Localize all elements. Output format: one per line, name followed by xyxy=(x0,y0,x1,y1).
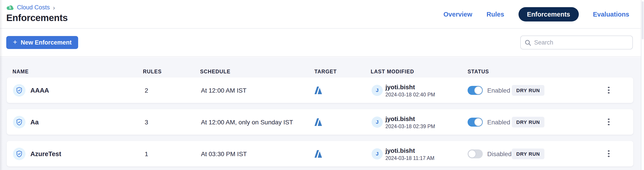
azure-icon xyxy=(314,118,322,126)
search-box[interactable] xyxy=(520,36,633,49)
table-header-row: NAME RULES SCHEDULE TARGET LAST MODIFIED… xyxy=(0,57,644,77)
rules-count: 2 xyxy=(145,87,148,94)
toggle-knob xyxy=(474,118,482,126)
toolbar: + New Enforcement xyxy=(0,29,644,57)
enforcement-shield-icon xyxy=(13,116,26,128)
schedule-text: At 03:30 PM IST xyxy=(201,150,247,157)
modified-at: 2024-03-18 02:39 PM xyxy=(386,123,435,129)
avatar: J xyxy=(372,85,383,96)
module-nav: Overview Rules Enforcements Evaluations xyxy=(444,0,629,29)
table-row[interactable]: AAAA 2 At 12:00 AM IST J jyoti.bisht 202… xyxy=(7,77,633,103)
search-icon xyxy=(525,39,531,46)
modified-at: 2024-03-18 02:40 PM xyxy=(386,92,435,97)
modified-by: jyoti.bisht xyxy=(386,83,435,90)
tab-overview[interactable]: Overview xyxy=(444,11,472,18)
tab-rules[interactable]: Rules xyxy=(486,11,504,18)
status-label: Enabled xyxy=(487,118,510,125)
status-toggle[interactable] xyxy=(468,86,483,95)
enforcements-table: NAME RULES SCHEDULE TARGET LAST MODIFIED… xyxy=(0,57,644,170)
new-enforcement-button[interactable]: + New Enforcement xyxy=(6,36,78,49)
toggle-knob xyxy=(468,150,476,158)
avatar: J xyxy=(372,116,383,127)
search-input[interactable] xyxy=(534,39,628,46)
column-header-rules: RULES xyxy=(143,69,162,74)
breadcrumb-chevron-icon: › xyxy=(53,4,55,11)
schedule-text: At 12:00 AM IST xyxy=(201,87,246,94)
page-header: $ Cloud Costs › Enforcements Overview Ru… xyxy=(0,0,644,29)
column-header-last-modified: LAST MODIFIED xyxy=(371,69,414,74)
page: $ Cloud Costs › Enforcements Overview Ru… xyxy=(0,0,644,170)
column-header-status: STATUS xyxy=(468,69,489,74)
enforcement-shield-icon xyxy=(13,147,26,160)
status-toggle[interactable] xyxy=(468,117,483,126)
modified-by: jyoti.bisht xyxy=(386,115,435,122)
kebab-menu-button[interactable] xyxy=(604,83,614,97)
scrollbar[interactable] xyxy=(641,0,644,170)
dry-run-badge: DRY RUN xyxy=(512,116,544,127)
breadcrumb[interactable]: $ Cloud Costs › xyxy=(6,4,55,11)
tab-enforcements[interactable]: Enforcements xyxy=(518,7,578,22)
kebab-menu-button[interactable] xyxy=(604,115,614,129)
breadcrumb-link[interactable]: Cloud Costs xyxy=(17,4,50,11)
table-row[interactable]: Aa 3 At 12:00 AM, only on Sunday IST J j… xyxy=(7,109,633,135)
plus-icon: + xyxy=(13,39,17,46)
kebab-menu-button[interactable] xyxy=(604,147,614,160)
enforcement-name: AzureTest xyxy=(30,150,61,157)
svg-text:$: $ xyxy=(9,6,11,10)
schedule-text: At 12:00 AM, only on Sunday IST xyxy=(201,118,293,125)
last-modified-cell: jyoti.bisht 2024-03-18 11:17 AM xyxy=(386,147,434,160)
status-toggle[interactable] xyxy=(468,149,483,158)
status-label: Disabled xyxy=(487,150,512,157)
enforcement-name: AAAA xyxy=(30,87,49,94)
scrollbar-thumb[interactable] xyxy=(642,1,644,39)
column-header-schedule: SCHEDULE xyxy=(200,69,230,74)
dry-run-badge: DRY RUN xyxy=(512,148,544,159)
dry-run-badge: DRY RUN xyxy=(512,85,544,95)
last-modified-cell: jyoti.bisht 2024-03-18 02:40 PM xyxy=(386,83,435,97)
tab-evaluations[interactable]: Evaluations xyxy=(593,11,629,18)
page-title: Enforcements xyxy=(6,13,68,23)
column-header-target: TARGET xyxy=(314,69,337,74)
rules-count: 3 xyxy=(145,118,148,125)
column-header-name: NAME xyxy=(12,69,29,74)
azure-icon xyxy=(314,86,322,94)
enforcement-name: Aa xyxy=(30,118,39,125)
table-row[interactable]: AzureTest 1 At 03:30 PM IST J jyoti.bish… xyxy=(7,141,633,166)
avatar: J xyxy=(372,148,383,159)
new-enforcement-label: New Enforcement xyxy=(21,39,72,46)
rules-count: 1 xyxy=(145,150,148,157)
status-label: Enabled xyxy=(487,87,510,94)
toggle-knob xyxy=(474,86,482,94)
modified-at: 2024-03-18 11:17 AM xyxy=(386,155,434,160)
last-modified-cell: jyoti.bisht 2024-03-18 02:39 PM xyxy=(386,115,435,129)
enforcement-shield-icon xyxy=(13,84,26,96)
modified-by: jyoti.bisht xyxy=(386,147,434,154)
cloud-costs-module-icon: $ xyxy=(6,5,14,10)
azure-icon xyxy=(314,149,322,158)
